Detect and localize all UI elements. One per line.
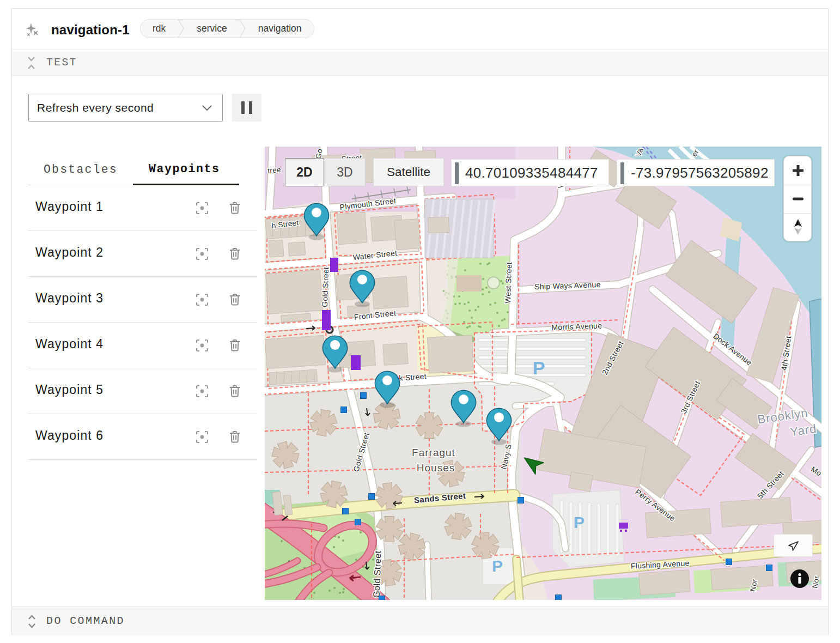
svg-text:Morris Avenue: Morris Avenue (551, 321, 602, 331)
svg-text:P: P (533, 357, 545, 378)
svg-text:Gold Street: Gold Street (320, 267, 331, 308)
svg-text:Houses: Houses (417, 462, 455, 474)
svg-text:Gold Street: Gold Street (371, 550, 382, 598)
svg-text:tree: tree (267, 166, 282, 175)
svg-text:P: P (574, 513, 585, 531)
svg-text:P: P (492, 557, 503, 575)
svg-text:West Street: West Street (503, 262, 514, 304)
svg-text:Farragut: Farragut (412, 447, 455, 458)
